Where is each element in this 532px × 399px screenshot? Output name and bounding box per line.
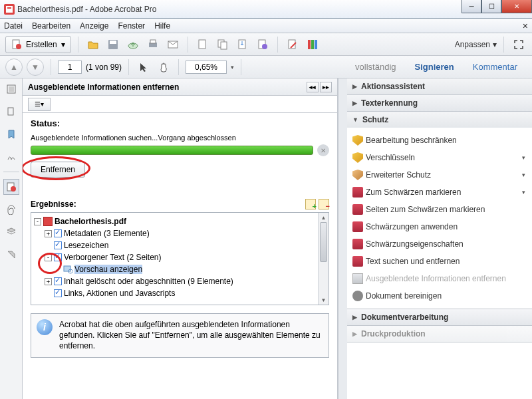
expander-icon[interactable]: + xyxy=(45,278,52,285)
checkbox[interactable] xyxy=(54,229,62,237)
checkbox[interactable] xyxy=(54,241,62,249)
maximize-button[interactable]: ☐ xyxy=(481,0,501,13)
select-tool-button[interactable] xyxy=(136,59,152,75)
scan-button[interactable] xyxy=(195,37,211,53)
menu-datei[interactable]: Datei xyxy=(4,21,23,31)
combine-button[interactable] xyxy=(215,37,231,53)
rail-pages-icon[interactable] xyxy=(3,104,19,120)
schutz-item-mark-pages[interactable]: Seiten zum Schwärzen markieren xyxy=(347,201,532,218)
tree-item[interactable]: + Metadaten (3 Elemente) xyxy=(34,227,326,239)
doc-scrollbar[interactable] xyxy=(338,78,347,399)
chevron-right-icon: ▶ xyxy=(352,331,357,337)
page-number-input[interactable] xyxy=(58,61,82,74)
section-druckproduktion[interactable]: ▶Druckproduktion xyxy=(347,326,532,342)
section-label: Aktionsassistent xyxy=(361,82,425,91)
progress-bar xyxy=(31,146,313,155)
checkbox[interactable] xyxy=(54,277,62,285)
tree-item[interactable]: Lesezeichen xyxy=(34,239,326,251)
menu-anzeige[interactable]: Anzeige xyxy=(80,21,108,31)
color-button[interactable] xyxy=(305,37,321,53)
results-tree[interactable]: - Bachelorthesis.pdf + Metadaten (3 Elem… xyxy=(31,212,329,305)
page-down-button[interactable]: ▼ xyxy=(27,59,44,76)
remove-label: Entfernen xyxy=(41,165,75,174)
item-label: Zum Schwärzen markieren xyxy=(366,188,461,197)
rail-signatures-icon[interactable] xyxy=(3,149,19,165)
tree-item-preview[interactable]: Vorschau anzeigen xyxy=(34,263,326,275)
redact-icon xyxy=(352,204,363,215)
tree-root[interactable]: - Bachelorthesis.pdf xyxy=(34,215,326,227)
open-button[interactable] xyxy=(85,37,101,53)
chevron-down-icon[interactable]: ▾ xyxy=(231,64,234,70)
schutz-item-sanitize[interactable]: Dokument bereinigen xyxy=(347,287,532,305)
menu-fenster[interactable]: Fenster xyxy=(118,21,145,31)
section-texterkennung[interactable]: ▶Texterkennung xyxy=(347,95,532,111)
link-vollstaendig[interactable]: vollständig xyxy=(346,62,405,72)
menu-bearbeiten[interactable]: Bearbeiten xyxy=(32,21,70,31)
hand-tool-button[interactable] xyxy=(156,59,172,75)
left-nav-rail xyxy=(0,78,23,399)
page-up-button[interactable]: ▲ xyxy=(5,59,23,76)
schutz-item-mark-redact[interactable]: Zum Schwärzen markieren▾ xyxy=(347,184,532,201)
rail-bookmark-icon[interactable] xyxy=(3,126,19,142)
schutz-item-advanced[interactable]: Erweiterter Schutz▾ xyxy=(347,166,532,184)
menubar-close-icon[interactable]: × xyxy=(523,21,528,31)
checkbox[interactable] xyxy=(54,289,62,297)
menubar: Datei Bearbeiten Anzeige Fenster Hilfe × xyxy=(0,19,532,33)
expand-all-icon[interactable]: + xyxy=(305,199,316,209)
tree-root-label: Bachelorthesis.pdf xyxy=(55,217,126,226)
minimize-button[interactable]: ─ xyxy=(462,0,481,13)
app-icon xyxy=(4,4,15,15)
remove-button[interactable]: Entfernen xyxy=(31,162,85,178)
collapse-all-icon[interactable]: − xyxy=(319,199,329,209)
schutz-item-apply-redact[interactable]: Schwärzungen anwenden xyxy=(347,218,532,235)
chevron-down-icon: ▾ xyxy=(522,189,525,196)
close-button[interactable]: ✕ xyxy=(501,0,532,13)
save-button[interactable] xyxy=(105,37,121,53)
fullscreen-button[interactable] xyxy=(511,37,527,53)
zoom-input[interactable] xyxy=(186,61,227,74)
schutz-item-search-remove[interactable]: Text suchen und entfernen xyxy=(347,253,532,270)
section-dokumentverarbeitung[interactable]: ▶Dokumentverarbeitung xyxy=(347,309,532,325)
nav-toolbar: ▲ ▼ (1 von 99) ▾ vollständig Signieren K… xyxy=(0,56,532,78)
link-kommentar[interactable]: Kommentar xyxy=(464,62,527,72)
results-label: Ergebnisse: xyxy=(31,200,76,209)
create-button[interactable]: Erstellen ▾ xyxy=(5,36,71,53)
mail-button[interactable] xyxy=(165,37,181,53)
edit-text-button[interactable] xyxy=(285,37,301,53)
section-aktionsassistent[interactable]: ▶Aktionsassistent xyxy=(347,78,532,94)
print-button[interactable] xyxy=(145,37,161,53)
rail-thumbnails-icon[interactable] xyxy=(3,81,19,97)
chevron-down-icon: ▾ xyxy=(493,40,497,49)
panel-prev-button[interactable]: ◂◂ xyxy=(307,82,319,92)
expander-icon[interactable]: + xyxy=(45,230,52,237)
tree-item-label: Metadaten (3 Elemente) xyxy=(64,229,150,238)
customize-button[interactable]: Anpassen ▾ xyxy=(455,40,497,49)
checkbox[interactable] xyxy=(54,253,62,261)
rail-attachments-icon[interactable] xyxy=(3,201,19,217)
export-button[interactable] xyxy=(235,37,251,53)
cancel-icon[interactable]: ✕ xyxy=(317,144,329,156)
rail-hidden-info-icon[interactable] xyxy=(3,179,19,195)
tree-item[interactable]: + Inhalt gelöscht oder abgeschnitten (9 … xyxy=(34,275,326,287)
cloud-button[interactable] xyxy=(125,37,141,53)
tree-scrollbar[interactable]: ▲ ▼ xyxy=(318,213,329,305)
section-schutz[interactable]: ▼Schutz xyxy=(347,112,532,128)
link-signieren[interactable]: Signieren xyxy=(406,62,464,72)
rail-layers-icon[interactable] xyxy=(3,224,19,240)
rail-tags-icon[interactable] xyxy=(3,247,19,263)
svg-rect-13 xyxy=(221,42,227,49)
menu-hilfe[interactable]: Hilfe xyxy=(154,21,170,31)
schutz-item-restrict[interactable]: Bearbeitung beschränken xyxy=(347,132,532,149)
panel-next-button[interactable]: ▸▸ xyxy=(320,82,332,92)
schutz-item-encrypt[interactable]: Verschlüsseln▾ xyxy=(347,149,532,166)
hidden-info-panel: Ausgeblendete Informationen entfernen ◂◂… xyxy=(23,78,338,399)
schutz-item-redact-props[interactable]: Schwärzungseigenschaften xyxy=(347,235,532,253)
chevron-down-icon: ▾ xyxy=(61,40,65,49)
panel-options-button[interactable]: ☰▾ xyxy=(28,98,51,111)
tree-item[interactable]: Links, Aktionen und Javascripts xyxy=(34,287,326,299)
expander-icon[interactable]: - xyxy=(45,254,52,261)
expander-icon[interactable]: - xyxy=(34,218,41,225)
item-label: Ausgeblendete Informationen entfernen xyxy=(366,274,506,283)
tree-item[interactable]: - Verborgener Text (2 Seiten) xyxy=(34,251,326,263)
share-button[interactable] xyxy=(255,37,271,53)
